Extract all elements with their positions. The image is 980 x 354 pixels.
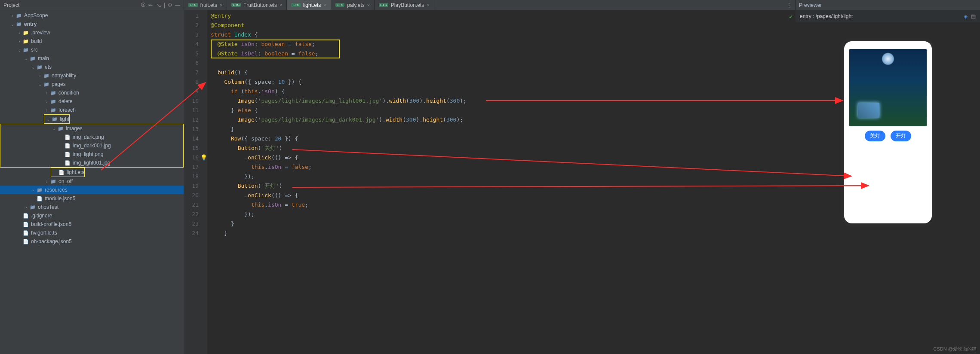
gear-icon[interactable]: ⚙ <box>168 2 172 8</box>
tree-item-img-light-png[interactable]: img_light.png <box>0 150 183 159</box>
layers-icon[interactable]: ▤ <box>971 13 976 19</box>
tree-item-img-dark-png[interactable]: img_dark.png <box>0 133 183 141</box>
editor-tabbar[interactable]: ETSfruit.ets×ETSFruitButton.ets×ETSlight… <box>184 0 795 10</box>
tree-item-module-json5[interactable]: module.json5 <box>0 194 184 203</box>
tree-item-entry[interactable]: ⌄entry <box>0 20 184 28</box>
code-line-16[interactable]: .onClick(() => {💡 <box>211 153 792 162</box>
chevron-icon[interactable]: ⌄ <box>30 65 36 70</box>
tab-overflow-icon[interactable]: ⋮ <box>783 2 795 8</box>
target-icon[interactable]: ⦿ <box>141 2 146 8</box>
chevron-icon[interactable]: ⌄ <box>16 48 22 52</box>
chevron-icon[interactable]: › <box>9 13 15 18</box>
code-line-22[interactable]: }); <box>211 210 792 219</box>
tree-item-entryability[interactable]: ›entryability <box>0 71 184 80</box>
tree-item-appscope[interactable]: ›AppScope <box>0 11 184 20</box>
chevron-icon[interactable]: › <box>44 179 50 184</box>
close-icon[interactable]: × <box>220 3 222 8</box>
tree-item-ets[interactable]: ⌄ets <box>0 63 184 71</box>
code-line-18[interactable]: }); <box>211 172 792 181</box>
collapse-icon[interactable]: ⇤ <box>148 2 153 8</box>
tree-item-build[interactable]: ›build <box>0 37 184 46</box>
chevron-icon[interactable]: › <box>44 99 50 104</box>
tree-label: .gitignore <box>31 213 52 219</box>
code-line-10[interactable]: Image('pages/light/images/img_light001.j… <box>211 96 792 106</box>
chevron-icon[interactable]: ⌄ <box>37 82 43 87</box>
code-line-7[interactable]: build() { <box>211 68 792 77</box>
code-line-14[interactable]: Row({ space: 20 }) { <box>211 134 792 143</box>
tree-item--gitignore[interactable]: .gitignore <box>0 211 184 220</box>
code-scroll[interactable]: 123456789101112131415161718192021222324 … <box>184 10 795 354</box>
tree-item-img-light001-jpg[interactable]: img_light001.jpg <box>0 159 183 167</box>
close-icon[interactable]: × <box>427 3 429 8</box>
tree-item-build-profile-json5[interactable]: build-profile.json5 <box>0 220 184 229</box>
tree-item-resources[interactable]: ›resources <box>0 186 184 194</box>
code-line-12[interactable]: Image('pages/light/images/img_dark001.jp… <box>211 115 792 125</box>
code-line-19[interactable]: Button('开灯') <box>211 181 792 191</box>
lights-on-button[interactable]: 开灯 <box>891 131 911 141</box>
chevron-icon[interactable]: ⌄ <box>23 56 29 61</box>
chevron-icon[interactable]: › <box>44 108 50 113</box>
chevron-icon[interactable]: › <box>44 91 50 95</box>
code-line-11[interactable]: } else { <box>211 106 792 115</box>
code-line-6[interactable] <box>211 58 792 68</box>
code-line-2[interactable]: @Component <box>211 21 792 30</box>
project-tree[interactable]: ›AppScope⌄entry›.preview›build⌄src⌄main⌄… <box>0 10 184 354</box>
tree-item-images[interactable]: ⌄images <box>0 124 183 133</box>
chevron-icon[interactable]: ⌄ <box>9 22 15 27</box>
tab-label: paly.ets <box>347 2 364 8</box>
tree-item-main[interactable]: ⌄main <box>0 54 184 63</box>
code-line-8[interactable]: Column({ space: 10 }) { <box>211 77 792 87</box>
show-options-icon[interactable]: ⌥ <box>155 2 161 8</box>
tree-item-src[interactable]: ⌄src <box>0 46 184 54</box>
tree-item-img-dark001-jpg[interactable]: img_dark001.jpg <box>0 141 183 150</box>
chevron-icon[interactable]: › <box>16 39 22 44</box>
code-line-15[interactable]: Button('关灯') <box>211 143 792 153</box>
folder-icon <box>50 90 57 96</box>
code-content[interactable]: ✔ @Entry@Componentstruct Index { @State … <box>207 10 795 354</box>
tab-paly-ets[interactable]: ETSpaly.ets× <box>331 0 375 10</box>
tree-item-ohostest[interactable]: ›ohosTest <box>0 203 184 211</box>
fold-gutter[interactable] <box>201 10 207 354</box>
chevron-icon[interactable]: ⌄ <box>51 126 57 131</box>
tree-item-condition[interactable]: ›condition <box>0 88 184 97</box>
code-line-24[interactable]: } <box>211 229 792 238</box>
tab-fruit-ets[interactable]: ETSfruit.ets× <box>184 0 227 10</box>
code-line-9[interactable]: if (this.isOn) { <box>211 87 792 96</box>
tree-item--preview[interactable]: ›.preview <box>0 28 184 37</box>
chevron-icon[interactable]: › <box>16 31 22 35</box>
tree-item-hvigorfile-ts[interactable]: hvigorfile.ts <box>0 229 184 237</box>
chevron-icon[interactable]: ⌄ <box>45 117 51 122</box>
tab-playbutton-ets[interactable]: ETSPlayButton.ets× <box>375 0 434 10</box>
tree-item-foreach[interactable]: ›foreach <box>0 106 184 114</box>
tree-item-oh-package-json5[interactable]: oh-package.json5 <box>0 237 184 246</box>
code-line-3[interactable]: struct Index { <box>211 30 792 40</box>
code-line-13[interactable]: } <box>211 125 792 134</box>
previewer-panel: Previewer entry : /pages/light/light ◈ ▤… <box>795 0 980 354</box>
chevron-icon[interactable]: › <box>23 205 29 210</box>
code-line-23[interactable]: } <box>211 219 792 229</box>
tree-label: img_dark001.jpg <box>73 143 111 149</box>
chevron-icon[interactable]: › <box>30 188 36 192</box>
lights-off-button[interactable]: 关灯 <box>865 131 885 141</box>
code-line-17[interactable]: this.isOn = false; <box>211 162 792 172</box>
code-line-20[interactable]: .onClick(() => { <box>211 191 792 200</box>
close-icon[interactable]: × <box>367 3 370 8</box>
inspect-icon[interactable]: ◈ <box>964 13 968 19</box>
code-line-1[interactable]: @Entry <box>211 11 792 21</box>
lightbulb-icon[interactable]: 💡 <box>200 153 207 162</box>
code-line-21[interactable]: this.isOn = true; <box>211 200 792 210</box>
tree-item-light[interactable]: ⌄light <box>44 115 69 123</box>
close-icon[interactable]: × <box>280 3 282 8</box>
tree-item-delete[interactable]: ›delete <box>0 97 184 106</box>
chevron-icon[interactable]: › <box>37 73 43 78</box>
line-number: 12 <box>185 115 199 125</box>
tree-item-light-ets[interactable]: light.ets <box>51 168 84 177</box>
tree-item-on-off[interactable]: ›on_off <box>0 177 184 186</box>
tree-item-pages[interactable]: ⌄pages <box>0 80 184 88</box>
close-icon[interactable]: × <box>323 3 326 8</box>
hide-icon[interactable]: — <box>175 2 180 8</box>
tab-light-ets[interactable]: ETSlight.ets× <box>287 0 331 10</box>
tab-fruitbutton-ets[interactable]: ETSFruitButton.ets× <box>227 0 287 10</box>
line-number: 4 <box>185 40 199 49</box>
tree-label: build <box>31 38 42 44</box>
